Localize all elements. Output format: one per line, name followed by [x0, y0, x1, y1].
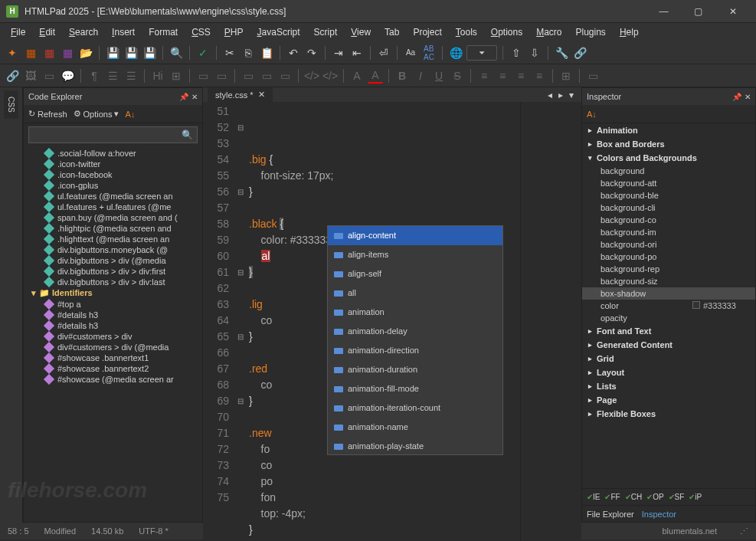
inspector-category[interactable]: ▾Colors and Backgrounds	[582, 151, 755, 165]
indent-icon[interactable]: ⇥	[331, 45, 346, 61]
tree-item[interactable]: ul.features (@media screen an	[24, 191, 202, 202]
spellcheck-icon[interactable]: ✓	[195, 45, 211, 61]
inspector-prop[interactable]: color#333333	[582, 300, 755, 312]
copy-icon[interactable]: ⎘	[241, 45, 256, 61]
bold-icon[interactable]: B	[394, 68, 410, 84]
inspector-prop[interactable]: box-shadow	[582, 287, 755, 300]
tree-item[interactable]: .icon-gplus	[24, 180, 202, 191]
div-icon[interactable]: ▭	[195, 68, 211, 84]
italic-icon[interactable]: I	[413, 68, 428, 84]
inspector-category[interactable]: ▸Grid	[582, 352, 755, 366]
outdent-icon[interactable]: ⇤	[349, 45, 365, 61]
heading-icon[interactable]: Hi	[150, 68, 165, 84]
menu-tools[interactable]: Tools	[450, 25, 483, 39]
menu-insert[interactable]: Insert	[106, 25, 141, 39]
minimap[interactable]	[520, 102, 581, 541]
inspector-prop[interactable]: background-ble	[582, 189, 755, 202]
comment-icon[interactable]: 💬	[60, 68, 75, 84]
close-panel-icon[interactable]: ✕	[745, 93, 751, 101]
pin-icon[interactable]: 📌	[179, 93, 188, 101]
extra-icon[interactable]: ▭	[585, 68, 601, 84]
table-icon[interactable]: ⊞	[169, 68, 184, 84]
inspector-prop[interactable]: background-im	[582, 226, 755, 238]
new-css-icon[interactable]: ▦	[41, 45, 57, 61]
menu-css[interactable]: CSS	[185, 25, 217, 39]
upload-icon[interactable]: ⇧	[509, 45, 524, 61]
menu-options[interactable]: Options	[485, 25, 529, 39]
tab-close-icon[interactable]: ✕	[258, 90, 265, 100]
autocomplete-item[interactable]: all	[328, 284, 502, 303]
inspector-tree[interactable]: ▸Animation▸Box and Borders▾Colors and Ba…	[582, 123, 755, 488]
explorer-search-input[interactable]	[28, 126, 198, 143]
inspector-prop[interactable]: background-rep	[582, 263, 755, 275]
para-icon[interactable]: ¶	[87, 68, 102, 84]
list-icon[interactable]: ☰	[105, 68, 120, 84]
save-all-icon[interactable]: 💾	[123, 45, 139, 61]
tree-item[interactable]: .hlightpic (@media screen and	[24, 223, 202, 234]
tree-item[interactable]: #details h3	[24, 310, 202, 320]
inspector-prop[interactable]: background-po	[582, 251, 755, 263]
link-icon[interactable]: 🔗	[572, 45, 587, 61]
sort-button[interactable]: A↓	[125, 110, 135, 119]
autocomplete-item[interactable]: animation	[328, 303, 502, 322]
menu-javascript[interactable]: JavaScript	[251, 25, 306, 39]
autocomplete-item[interactable]: align-items	[328, 245, 502, 264]
autocomplete-item[interactable]: animation-duration	[328, 360, 502, 379]
inspector-category[interactable]: ▸Layout	[582, 366, 755, 379]
tab-next-icon[interactable]: ▸	[555, 90, 566, 100]
autocomplete-item[interactable]: animation-iteration-count	[328, 398, 502, 418]
pin-icon[interactable]: 📌	[732, 93, 741, 101]
menu-format[interactable]: Format	[142, 25, 184, 39]
menu-php[interactable]: PHP	[218, 25, 250, 39]
right-tab-file-explorer[interactable]: File Explorer	[587, 510, 634, 519]
menu-script[interactable]: Script	[308, 25, 344, 39]
align-right-icon[interactable]: ≡	[513, 68, 529, 84]
autocomplete-item[interactable]: animation-name	[328, 418, 502, 437]
tab-prev-icon[interactable]: ◂	[545, 90, 555, 100]
span-icon[interactable]: ▭	[214, 68, 229, 84]
maximize-button[interactable]: ▢	[681, 0, 715, 23]
minimize-button[interactable]: —	[646, 0, 681, 23]
inspector-prop[interactable]: background-att	[582, 177, 755, 189]
tree-item[interactable]: ▾📁 Identifiers	[24, 287, 202, 299]
media-icon[interactable]: ▭	[41, 68, 57, 84]
menu-project[interactable]: Project	[407, 25, 447, 39]
new-js-icon[interactable]: ▦	[60, 45, 75, 61]
sort-az-button[interactable]: A↓	[587, 110, 597, 119]
new-html-icon[interactable]: ▦	[23, 45, 38, 61]
autocomplete-item[interactable]: align-self	[328, 264, 502, 284]
inspector-prop[interactable]: background-ori	[582, 238, 755, 251]
new-file-icon[interactable]: ✦	[5, 45, 20, 61]
autocomplete-item[interactable]: animation-direction	[328, 341, 502, 360]
undo-icon[interactable]: ↶	[286, 45, 301, 61]
menu-help[interactable]: Help	[614, 25, 645, 39]
button-icon[interactable]: ▭	[277, 68, 293, 84]
autocomplete-item[interactable]: animation-fill-mode	[328, 379, 502, 398]
tools-icon[interactable]: 🔧	[554, 45, 569, 61]
tree-item[interactable]: div.bigbuttons.moneyback (@	[24, 244, 202, 255]
tree-item[interactable]: #showcase .bannertext2	[24, 363, 202, 374]
download-icon[interactable]: ⇩	[527, 45, 542, 61]
menu-file[interactable]: File	[5, 25, 31, 39]
save-as-icon[interactable]: 💾	[142, 45, 157, 61]
css-side-tab[interactable]: CSS	[4, 90, 18, 119]
inspector-prop[interactable]: background-co	[582, 214, 755, 226]
autocomplete-item[interactable]: animation-play-state	[328, 437, 502, 455]
editor-tab-stylecss[interactable]: style.css *✕	[208, 87, 273, 102]
dropdown-icon[interactable]: ⏷	[466, 45, 497, 61]
inspector-prop[interactable]: background-cli	[582, 202, 755, 214]
inspector-prop[interactable]: background-siz	[582, 275, 755, 287]
tab-menu-icon[interactable]: ▾	[566, 90, 577, 100]
inspector-category[interactable]: ▸Font and Text	[582, 324, 755, 338]
menu-edit[interactable]: Edit	[33, 25, 61, 39]
tree-item[interactable]: div#customers > div (@media	[24, 342, 202, 352]
underline-icon[interactable]: U	[431, 68, 447, 84]
tree-item[interactable]: div.bigbuttons > div (@media	[24, 255, 202, 266]
align-center-icon[interactable]: ≡	[495, 68, 510, 84]
inspector-prop[interactable]: background	[582, 165, 755, 177]
paste-icon[interactable]: 📋	[259, 45, 274, 61]
image-icon[interactable]: 🖼	[23, 68, 38, 84]
close-panel-icon[interactable]: ✕	[191, 93, 198, 101]
right-tab-inspector[interactable]: Inspector	[642, 510, 676, 519]
numlist-icon[interactable]: ☰	[123, 68, 139, 84]
